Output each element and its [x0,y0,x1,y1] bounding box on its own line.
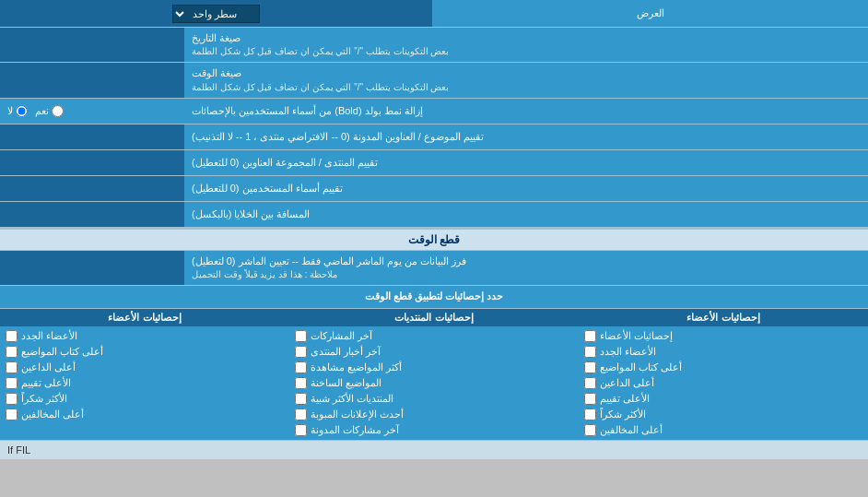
checkbox-most-viewed[interactable] [295,361,307,373]
display-select[interactable]: سطر واحد [172,5,260,23]
time-format-input-cell[interactable]: H:i [0,63,184,97]
checkbox-item-similar-forums: المنتديات الأكثر شبية [295,391,573,407]
checkbox-members[interactable] [584,330,596,342]
checkbox-forum-news[interactable] [295,346,307,358]
checkbox-similar-forums[interactable] [295,393,307,405]
checkbox-most-thanks[interactable] [584,408,596,420]
checkbox-col1-top-rated[interactable] [6,377,18,389]
checkbox-item-members: إحصائيات الأعضاء [584,328,862,344]
bottom-text: If FIL [0,441,868,459]
gap-row: المسافة بين الخلايا (بالبكسل) 2 [0,202,868,228]
usernames-sort-text: تقييم أسماء المستخدمين (0 للتعطيل) [192,182,343,195]
stats-col1-items: الأعضاء الجدد أعلى كتاب المواضيع أعلى ال… [0,326,289,424]
bold-remove-yes-radio[interactable] [52,105,64,117]
past-days-input-cell[interactable]: 0 [0,251,184,285]
checkbox-col1-top-violators[interactable] [6,408,18,420]
stats-section: حدد إحصائيات لتطبيق قطع الوقت إحصائيات ا… [0,286,868,440]
stats-col2-header: إحصائيات المنتديات [289,309,579,326]
date-format-row: صيغة التاريخ بعض التكوينات يتطلب "/" الت… [0,28,868,63]
stats-col1-header: إحصائيات الأعضاء [0,309,289,326]
stats-header-row: حدد إحصائيات لتطبيق قطع الوقت [0,286,868,308]
checkbox-item-col1-new-members: الأعضاء الجدد [6,328,284,344]
checkbox-hot-topics[interactable] [295,377,307,389]
topics-sort-text: تقييم الموضوع / العناوين المدونة (0 -- ا… [192,130,484,144]
topics-sort-input-cell[interactable]: 33 [0,124,184,149]
stats-col2: إحصائيات المنتديات آخر المشاركات آخر أخب… [289,309,579,440]
checkbox-last-posts[interactable] [295,330,307,342]
past-days-row: فرز البيانات من يوم الماشر الماضي فقط --… [0,251,868,286]
past-days-label: فرز البيانات من يوم الماشر الماضي فقط --… [184,251,868,285]
checkbox-col1-top-writers[interactable] [6,346,18,358]
checkbox-top-writers[interactable] [584,361,596,373]
checkbox-item-col1-top-callers: أعلى الداعين [6,360,284,375]
bold-remove-options: نعم لا [0,99,184,124]
past-days-input[interactable]: 0 [6,259,179,276]
gap-label: المسافة بين الخلايا (بالبكسل) [184,202,868,227]
stats-col3-header: إحصائيات الأعضاء [579,309,868,326]
field-label: العرض [432,0,868,27]
time-format-title: صيغة الوقت [192,66,241,80]
checkbox-item-col1-top-violators: أعلى المخالفين [6,407,284,422]
checkbox-item-last-posts: آخر المشاركات [295,328,573,344]
time-format-row: صيغة الوقت بعض التكوينات يتطلب "/" التي … [0,63,868,98]
header-row: العرض سطر واحد [0,0,868,28]
checkbox-item-col1-top-writers: أعلى كتاب المواضيع [6,344,284,360]
checkbox-top-rated[interactable] [584,393,596,405]
bold-remove-text: إزالة نمط بولد (Bold) من أسماء المستخدمي… [192,104,423,118]
stats-col2-items: آخر المشاركات آخر أخبار المنتدى أكثر الم… [289,326,579,440]
date-format-title: صيغة التاريخ [192,31,240,45]
gap-input[interactable]: 2 [6,206,179,222]
usernames-sort-label: تقييم أسماء المستخدمين (0 للتعطيل) [184,176,868,201]
stats-col3: إحصائيات الأعضاء إحصائيات الأعضاء الأعضا… [579,309,868,440]
past-days-note: ملاحظة : هذا قد يزيد قبلاً وقت التحميل [192,268,337,281]
dropdown-cell[interactable]: سطر واحد [0,0,432,27]
checkbox-item-col1-top-rated: الأعلى تقييم [6,375,284,391]
stats-section-label: حدد إحصائيات لتطبيق قطع الوقت [0,286,868,307]
forum-sort-row: تقييم المنتدى / المجموعة العناوين (0 للت… [0,150,868,176]
checkbox-item-top-rated: الأعلى تقييم [584,391,862,407]
time-format-input[interactable]: H:i [6,72,179,89]
realtime-section-header: قطع الوقت [0,228,868,251]
bold-remove-row: إزالة نمط بولد (Bold) من أسماء المستخدمي… [0,99,868,124]
checkbox-item-classifieds: أحدث الإعلانات المبوبة [295,407,573,422]
checkbox-top-violators[interactable] [584,424,596,436]
gap-input-cell[interactable]: 2 [0,202,184,227]
bold-remove-no-radio[interactable] [16,105,28,117]
checkbox-col1-top-callers[interactable] [6,361,18,373]
date-format-label: صيغة التاريخ بعض التكوينات يتطلب "/" الت… [184,28,868,62]
checkbox-new-members[interactable] [584,346,596,358]
checkbox-blog-posts[interactable] [295,424,307,436]
usernames-sort-row: تقييم أسماء المستخدمين (0 للتعطيل) 0 [0,176,868,202]
topics-sort-input[interactable]: 33 [6,128,179,145]
checkbox-item-most-viewed: أكثر المواضيع مشاهدة [295,360,573,375]
usernames-sort-input[interactable]: 0 [6,180,179,196]
checkbox-item-top-writers: أعلى كتاب المواضيع [584,360,862,375]
bold-remove-yes-label[interactable]: نعم [35,105,64,117]
date-format-input-cell[interactable]: d-m [0,28,184,62]
main-container: العرض سطر واحد صيغة التاريخ بعض التكوينا… [0,0,868,459]
stats-columns: إحصائيات الأعضاء إحصائيات الأعضاء الأعضا… [0,309,868,441]
checkbox-item-hot-topics: المواضيع الساخنة [295,375,573,391]
forum-sort-input[interactable]: 33 [6,154,179,171]
forum-sort-input-cell[interactable]: 33 [0,150,184,175]
field-label-text: العرض [637,6,664,20]
checkbox-item-col1-most-thanks: الأكثر شكراً [6,391,284,407]
gap-text: المسافة بين الخلايا (بالبكسل) [192,207,311,221]
stats-col3-items: إحصائيات الأعضاء الأعضاء الجدد أعلى كتاب… [579,326,868,440]
checkbox-col1-most-thanks[interactable] [6,393,18,405]
checkbox-item-blog-posts: آخر مشاركات المدونة [295,422,573,438]
time-format-label: صيغة الوقت بعض التكوينات يتطلب "/" التي … [184,63,868,97]
stats-section-text: حدد إحصائيات لتطبيق قطع الوقت [365,290,503,303]
date-format-input[interactable]: d-m [6,37,179,53]
checkbox-top-callers[interactable] [584,377,596,389]
usernames-sort-input-cell[interactable]: 0 [0,176,184,201]
realtime-section-text: قطع الوقت [408,233,460,246]
checkbox-classifieds[interactable] [295,408,307,420]
checkbox-col1-new-members[interactable] [6,330,18,342]
bottom-text-content: If FIL [7,444,30,456]
checkbox-item-new-members: الأعضاء الجدد [584,344,862,360]
bold-remove-no-label[interactable]: لا [7,105,28,117]
checkbox-item-top-violators: أعلى المخالفين [584,422,862,438]
topics-sort-label: تقييم الموضوع / العناوين المدونة (0 -- ا… [184,124,868,149]
forum-sort-text: تقييم المنتدى / المجموعة العناوين (0 للت… [192,156,378,170]
